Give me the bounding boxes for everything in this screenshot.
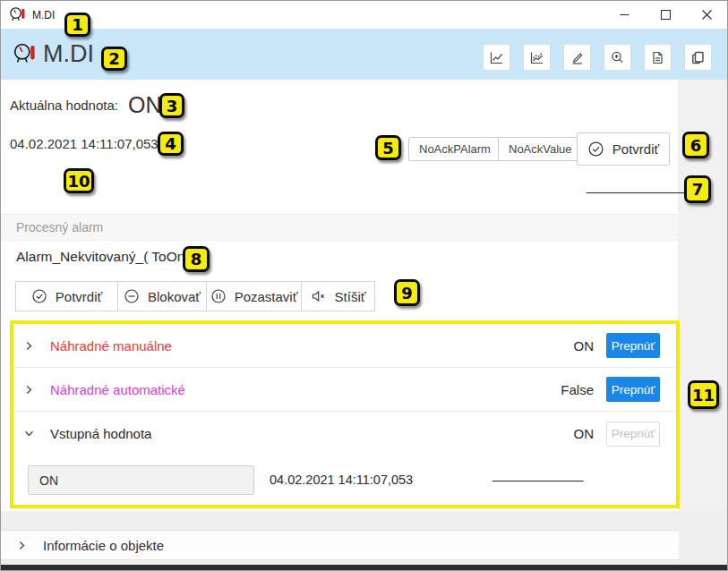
status-flag-noackpalarm: NoAckPAlarm [408,137,501,161]
auto-substitute-value: False [561,382,594,397]
measured-point-icon [9,6,26,23]
callout-3: 3 [159,93,184,118]
object-name-title: M.DI [43,40,94,68]
alarm-acknowledge-label: Potvrdiť [56,289,102,304]
auto-toggle-button[interactable]: Prepnúť [606,377,660,402]
input-value-row[interactable]: Vstupná hodnota ON Prepnúť [13,412,676,456]
callout-5: 5 [375,135,401,160]
callout-8: 8 [183,246,210,272]
alarm-pause-label: Pozastaviť [235,289,298,304]
callout-9: 9 [394,279,420,306]
auto-substitute-label: Náhradné automatické [50,382,185,397]
auto-substitute-row[interactable]: Náhradné automatické False Prepnúť [13,368,676,412]
copy-button[interactable] [684,44,712,71]
object-dialog-window: M.DI M.DI [0,0,728,571]
object-info-label: Informácie o objekte [43,538,164,553]
minimize-button[interactable] [604,1,645,29]
manual-substitute-label: Náhradné manuálne [50,338,172,354]
acknowledge-button[interactable]: Potvrdiť [577,132,670,166]
input-value-timestamp: 04.02.2021 14:11:07,053 [270,473,413,487]
callout-4: 4 [158,132,184,156]
alarm-mute-label: Stíšiť [335,289,366,304]
manual-toggle-button[interactable]: Prepnúť [606,333,660,358]
input-value: ON [574,426,595,441]
object-info-expander[interactable]: Informácie o objekte [1,530,679,560]
input-value-field[interactable] [28,465,254,495]
callout-6: 6 [682,132,709,158]
callout-2: 2 [101,47,127,71]
header-toolbar [483,44,712,71]
input-toggle-button-disabled: Prepnúť [606,422,660,447]
chevron-right-icon[interactable] [15,539,29,552]
edit-icon-button[interactable] [563,44,591,71]
measured-point-icon-large [13,42,37,66]
input-value-placeholder: _____________ [492,467,583,482]
status-flag-noackvalue: NoAckValue [498,137,583,161]
manual-substitute-row[interactable]: Náhradné manuálne ON Prepnúť [13,324,676,368]
manual-substitute-value: ON [574,338,595,354]
caption-buttons [604,1,727,29]
window-bottom-edge [1,565,727,570]
alarm-mute-button[interactable]: Stíšiť [301,281,375,311]
value-timestamp: 04.02.2021 14:11:07,053 [10,136,158,151]
alarm-block-button[interactable]: Blokovať [117,281,207,311]
chevron-down-icon[interactable] [22,427,36,440]
acknowledge-button-label: Potvrdiť [612,141,659,157]
alarm-pause-button[interactable]: Pozastaviť [206,281,302,311]
callout-10: 10 [64,168,94,193]
zoom-in-button[interactable] [604,44,631,71]
alarm-acknowledge-button[interactable]: Potvrdiť [15,281,118,311]
alarm-action-buttons: Potvrdiť Blokovať Pozastaviť Stíšiť [15,281,375,311]
alarm-block-label: Blokovať [148,289,201,304]
trend-chart-button[interactable] [483,44,510,71]
title-bar: M.DI [1,1,727,29]
callout-11: 11 [688,380,719,409]
process-alarm-section-header: Procesný alarm [1,214,678,241]
chevron-right-icon[interactable] [22,383,36,396]
current-value-label: Aktuálna hodnota: [10,98,118,113]
empty-value-placeholder: ______________ [587,179,684,193]
multi-trend-chart-button[interactable] [523,44,551,71]
input-value-label: Vstupná hodnota [50,426,151,441]
value-rows-highlight-box: Náhradné manuálne ON Prepnúť Náhradné au… [10,320,680,508]
chevron-right-icon[interactable] [22,339,36,353]
window-title: M.DI [32,9,55,21]
document-button[interactable] [644,44,672,71]
close-button[interactable] [686,1,727,29]
current-value: ON [128,92,162,118]
process-alarm-section-title: Procesný alarm [16,220,103,234]
current-value-row: Aktuálna hodnota: ON [10,90,161,119]
maximize-button[interactable] [645,1,686,29]
callout-7: 7 [684,175,711,203]
callout-1: 1 [64,13,90,37]
alarm-state-text: Alarm_Nekvitovaný_( ToOn ) [16,249,193,265]
